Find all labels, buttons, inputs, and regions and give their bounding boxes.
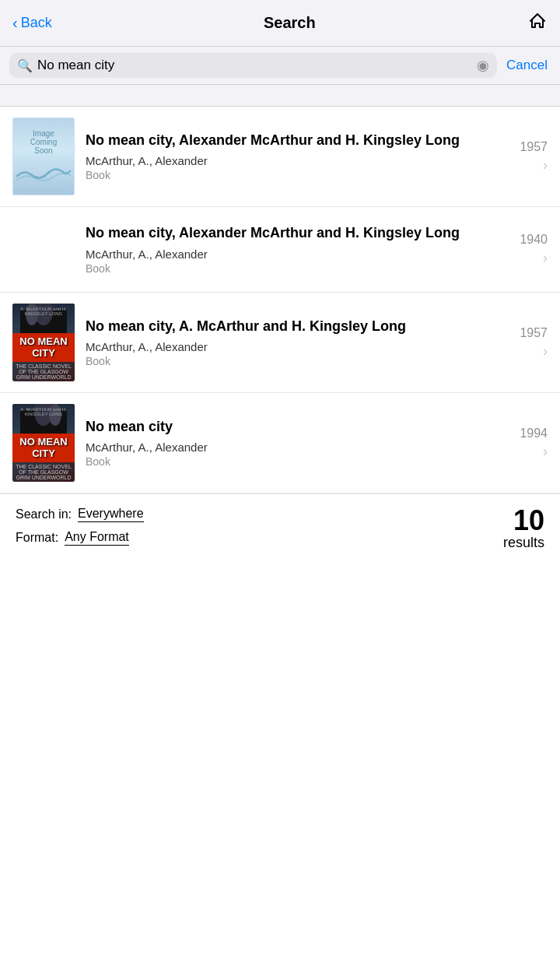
header: ‹ Back Search — [0, 0, 560, 47]
placeholder-text-1: Image — [33, 129, 54, 138]
result-year: 1994 — [520, 427, 548, 441]
cancel-button[interactable]: Cancel — [503, 58, 551, 73]
book-cover: A. McARTHUR and H. KINGSLEY LONG NO MEAN… — [12, 304, 75, 381]
format-value[interactable]: Any Format — [65, 530, 129, 546]
result-title: No mean city, Alexander McArthur and H. … — [86, 224, 512, 242]
cover-author-small-2: A. McARTHUR and H. KINGSLEY LONG — [12, 407, 75, 416]
chevron-right-icon: › — [543, 250, 548, 266]
home-button[interactable] — [527, 11, 548, 36]
chevron-right-icon: › — [543, 444, 548, 460]
section-divider — [0, 85, 560, 107]
footer-filters: Search in: Everywhere Format: Any Format — [16, 507, 144, 546]
result-info: No mean city, Alexander McArthur and H. … — [86, 132, 512, 181]
page-title: Search — [264, 14, 316, 32]
format-label: Format: — [16, 531, 58, 545]
result-year: 1957 — [520, 326, 548, 340]
search-bar: 🔍 ◉ Cancel — [0, 47, 560, 85]
home-icon — [527, 11, 548, 31]
result-info: No mean city, A. McArthur and H. Kingsle… — [86, 318, 512, 367]
chevron-right-icon: › — [543, 157, 548, 174]
search-in-row: Search in: Everywhere — [16, 507, 144, 522]
format-row: Format: Any Format — [16, 530, 144, 546]
search-input-wrapper: 🔍 ◉ — [9, 53, 497, 78]
result-info: No mean city, Alexander McArthur and H. … — [86, 224, 512, 274]
cover-author-small: A. McARTHUR and H. KINGSLEY LONG — [12, 307, 75, 316]
result-title: No mean city, A. McArthur and H. Kingsle… — [86, 318, 512, 335]
back-label: Back — [21, 15, 52, 31]
result-title: No mean city — [86, 418, 512, 436]
cover-title-box-2: NO MEANCITY — [12, 434, 75, 462]
cover-placeholder: Image Coming Soon — [12, 118, 75, 195]
result-type: Book — [86, 455, 512, 468]
result-meta: 1994 › — [520, 427, 548, 460]
clear-button[interactable]: ◉ — [477, 58, 489, 72]
search-icon: 🔍 — [17, 58, 33, 73]
result-author: McArthur, A., Alexander — [86, 248, 512, 261]
result-meta: 1957 › — [520, 326, 548, 360]
list-item[interactable]: No mean city, Alexander McArthur and H. … — [0, 207, 560, 293]
book-cover: A. McARTHUR and H. KINGSLEY LONG NO MEAN… — [12, 404, 75, 482]
cover-main-title-2: NO MEANCITY — [15, 437, 72, 459]
cover-real: A. McARTHUR and H. KINGSLEY LONG NO MEAN… — [12, 304, 75, 381]
result-type: Book — [86, 355, 512, 367]
placeholder-text-3: Soon — [34, 146, 52, 155]
result-type: Book — [86, 262, 512, 275]
cover-title-box: NO MEANCITY — [12, 333, 75, 362]
results-label: results — [503, 535, 544, 551]
search-input[interactable] — [37, 58, 472, 73]
cover-main-title: NO MEANCITY — [15, 336, 72, 359]
list-item[interactable]: Image Coming Soon No mean city, Alexande… — [0, 107, 560, 207]
back-button[interactable]: ‹ Back — [12, 14, 52, 32]
footer-results: 10 results — [503, 507, 544, 551]
result-year: 1940 — [520, 233, 548, 247]
footer: Search in: Everywhere Format: Any Format… — [0, 493, 560, 563]
cover-real-2: A. McARTHUR and H. KINGSLEY LONG NO MEAN… — [12, 404, 75, 482]
list-item[interactable]: A. McARTHUR and H. KINGSLEY LONG NO MEAN… — [0, 393, 560, 493]
search-in-label: Search in: — [16, 507, 72, 521]
search-in-value[interactable]: Everywhere — [78, 507, 143, 522]
cover-subtitle-2: THE CLASSIC NOVEL OF THE GLASGOW GRIM UN… — [12, 462, 75, 482]
result-author: McArthur, A., Alexander — [86, 154, 512, 167]
results-list: Image Coming Soon No mean city, Alexande… — [0, 107, 560, 493]
result-author: McArthur, A., Alexander — [86, 340, 512, 353]
results-count: 10 — [513, 507, 544, 535]
cover-subtitle: THE CLASSIC NOVEL OF THE GLASGOW GRIM UN… — [12, 362, 75, 381]
placeholder-text-2: Coming — [30, 138, 57, 146]
list-item[interactable]: A. McARTHUR and H. KINGSLEY LONG NO MEAN… — [0, 293, 560, 393]
result-meta: 1940 › — [520, 233, 548, 266]
back-chevron-icon: ‹ — [12, 14, 18, 32]
result-author: McArthur, A., Alexander — [86, 441, 512, 454]
result-info: No mean city McArthur, A., Alexander Boo… — [86, 418, 512, 468]
result-title: No mean city, Alexander McArthur and H. … — [86, 132, 512, 149]
book-cover: Image Coming Soon — [12, 118, 75, 195]
wave-icon — [16, 161, 71, 184]
result-type: Book — [86, 169, 512, 181]
result-year: 1957 — [520, 140, 548, 154]
result-meta: 1957 › — [520, 140, 548, 174]
chevron-right-icon: › — [543, 343, 548, 360]
